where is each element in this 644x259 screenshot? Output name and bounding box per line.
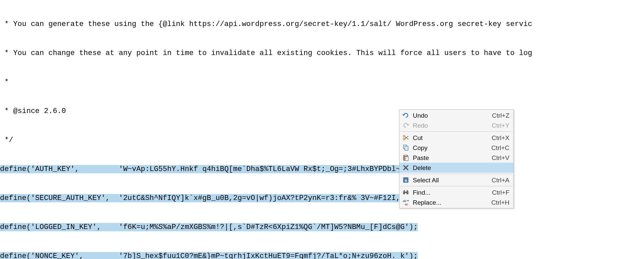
clipboard-icon <box>401 154 410 161</box>
code-line: * @since 2.6.0 <box>0 106 644 116</box>
menu-label: Replace... <box>413 198 488 207</box>
delete-icon <box>401 164 410 171</box>
menu-select-all[interactable]: a Select All Ctrl+A <box>399 175 513 185</box>
svg-rect-5 <box>405 155 407 156</box>
redo-icon <box>401 122 410 129</box>
svg-rect-12 <box>404 190 405 191</box>
menu-find[interactable]: Find... Ctrl+F <box>399 187 513 197</box>
svg-text:ab: ab <box>403 199 406 203</box>
code-line-selected: define('AUTH_KEY', 'W~vAp:LG55hY.Hnkf q4… <box>0 164 644 174</box>
scissors-icon <box>401 134 410 141</box>
code-line: * You can generate these using the {@lin… <box>0 19 644 29</box>
menu-label: Undo <box>413 111 489 120</box>
menu-shortcut: Ctrl+Y <box>492 121 509 130</box>
menu-label: Redo <box>413 121 488 130</box>
svg-rect-6 <box>405 157 408 161</box>
svg-text:ac: ac <box>405 203 408 206</box>
menu-cut[interactable]: Cut Ctrl+X <box>399 133 513 143</box>
menu-shortcut: Ctrl+H <box>491 198 509 207</box>
replace-icon: ab ac <box>401 199 410 206</box>
menu-redo[interactable]: Redo Ctrl+Y <box>399 120 513 130</box>
copy-icon <box>401 144 410 151</box>
svg-rect-11 <box>405 192 407 193</box>
menu-separator <box>400 186 513 186</box>
select-all-icon: a <box>401 177 410 183</box>
menu-label: Copy <box>413 143 488 153</box>
code-line: */ <box>0 135 644 145</box>
code-editor[interactable]: * You can generate these using the {@lin… <box>0 0 644 259</box>
menu-shortcut: Ctrl+F <box>492 188 509 197</box>
menu-separator <box>400 131 513 132</box>
menu-paste[interactable]: Paste Ctrl+V <box>399 153 513 163</box>
menu-shortcut: Ctrl+X <box>492 133 509 143</box>
menu-shortcut: Ctrl+A <box>492 175 509 185</box>
menu-label: Paste <box>413 153 488 163</box>
menu-shortcut: Ctrl+V <box>492 153 509 163</box>
code-line-selected: define('NONCE_KEY', '7b]S_hex$fuu1C0?mE&… <box>0 251 644 259</box>
menu-label: Delete <box>413 163 506 173</box>
menu-undo[interactable]: Undo Ctrl+Z <box>399 110 513 120</box>
code-line-selected: define('SECURE_AUTH_KEY', '2utC&Sh^NfIQY… <box>0 193 644 203</box>
svg-rect-13 <box>407 190 408 191</box>
code-line-selected: define('LOGGED_IN_KEY', 'f6K=u;M%S%aP/zm… <box>0 222 644 232</box>
menu-label: Find... <box>413 188 489 197</box>
menu-replace[interactable]: ab ac Replace... Ctrl+H <box>399 197 513 207</box>
menu-separator <box>400 174 513 174</box>
binoculars-icon <box>401 189 410 196</box>
svg-text:a: a <box>404 178 407 183</box>
menu-copy[interactable]: Copy Ctrl+C <box>399 143 513 153</box>
menu-label: Cut <box>413 133 488 143</box>
code-line: * You can change these at any point in t… <box>0 48 644 58</box>
menu-shortcut: Ctrl+Z <box>492 111 509 120</box>
menu-delete[interactable]: Delete <box>399 163 513 173</box>
code-line: * <box>0 77 644 87</box>
undo-icon <box>401 112 410 119</box>
context-menu: Undo Ctrl+Z Redo Ctrl+Y Cut Ctrl+X <box>399 109 514 208</box>
menu-shortcut: Ctrl+C <box>491 143 509 153</box>
menu-label: Select All <box>413 175 488 185</box>
